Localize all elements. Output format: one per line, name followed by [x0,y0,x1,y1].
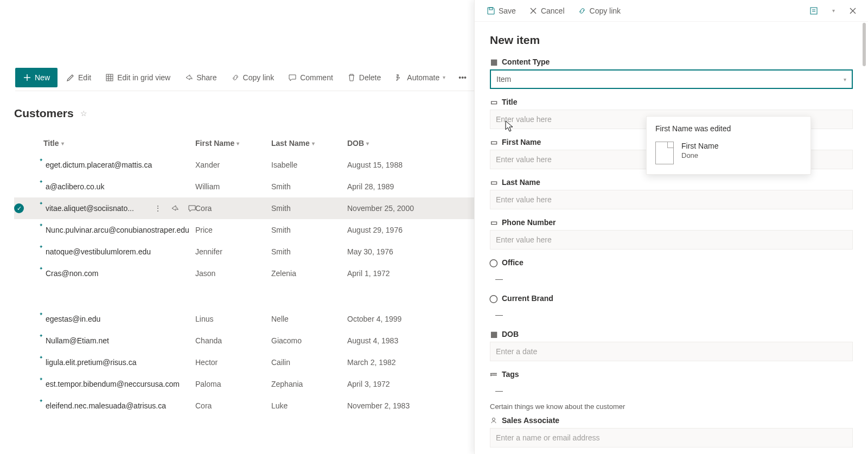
col-first[interactable]: First Name▾ [195,139,271,148]
field-sales-associate: Sales Associate [490,416,853,447]
new-button[interactable]: New [15,68,58,87]
comment-label: Comment [300,73,333,82]
text-icon: ▭ [490,219,497,226]
sparkle-icon: ✦ [39,376,43,382]
more-button[interactable]: ••• [454,68,471,87]
form-icon [809,7,818,15]
sparkle-icon: ✦ [39,201,43,206]
new-label: New [35,73,50,82]
chevron-down-icon: ▾ [832,8,835,14]
panel-heading: New item [490,34,853,47]
panel-dropdown-button[interactable]: ▾ [826,3,841,18]
edit-grid-button[interactable]: Edit in grid view [100,68,176,87]
office-value[interactable]: — [490,270,853,285]
row-last: Isabelle [271,161,347,169]
row-first: Cora [195,401,271,410]
panel-cancel-button[interactable]: Cancel [525,2,569,20]
field-label: Title [502,98,518,106]
panel-form-edit-button[interactable] [806,3,821,18]
row-last: Smith [271,226,347,234]
field-label: Office [502,258,524,267]
row-title[interactable]: ✦Cras@non.com [43,269,195,278]
scrollbar-thumb[interactable] [863,23,866,66]
tags-value[interactable]: — [490,382,853,397]
svg-point-3 [493,418,495,421]
panel-close-button[interactable] [845,3,860,18]
row-first: Jason [195,269,271,278]
field-phone: ▭Phone Number [490,218,853,250]
row-selected-icon[interactable]: ✓ [14,203,24,213]
row-last: Giacomo [271,336,347,345]
plus-icon [23,73,31,82]
row-dob: November 25, 2000 [347,204,434,213]
link-icon [578,7,586,15]
row-title[interactable]: ✦natoque@vestibulumlorem.edu [43,247,195,256]
field-label: Tags [502,370,519,379]
flow-icon [395,73,404,82]
field-last-name: ▭Last Name [490,178,853,209]
row-share-icon[interactable] [170,204,179,213]
col-dob[interactable]: DOB▾ [347,139,434,148]
row-comment-icon[interactable] [188,204,196,213]
panel-copylink-button[interactable]: Copy link [573,2,626,20]
row-dob: November 2, 1983 [347,401,434,410]
contenttype-icon: ▦ [490,58,497,66]
share-button[interactable]: Share [179,68,222,87]
brand-value[interactable]: — [490,306,853,321]
copylink-button[interactable]: Copy link [226,68,280,87]
row-more-icon[interactable]: ⋮ [154,204,162,213]
comment-icon [288,73,297,82]
edit-button[interactable]: Edit [61,68,97,87]
content-type-select[interactable]: Item ▾ [490,69,853,89]
row-title[interactable]: ✦egestas@in.edu [43,315,195,323]
last-name-input[interactable] [490,190,853,209]
phone-input[interactable] [490,230,853,250]
row-last: Luke [271,401,347,410]
close-icon [849,7,857,15]
field-label: Sales Associate [502,416,559,425]
row-dob: April 28, 1989 [347,182,434,191]
row-dob: August 15, 1988 [347,161,434,169]
favorite-star-icon[interactable]: ☆ [80,109,87,118]
panel-save-button[interactable]: Save [482,2,520,20]
comment-button[interactable]: Comment [283,68,339,87]
delete-button[interactable]: Delete [342,68,386,87]
automate-button[interactable]: Automate ▾ [390,68,451,87]
row-first: Cora [195,204,271,213]
edit-panel: Save Cancel Copy link ▾ New item [474,0,868,454]
sparkle-icon: ✦ [39,333,43,338]
row-title[interactable]: ✦Nullam@Etiam.net [43,336,195,345]
text-icon: ▭ [490,98,497,106]
panel-scrollbar[interactable] [861,23,867,453]
save-icon [487,7,495,15]
panel-command-bar: Save Cancel Copy link ▾ [475,0,868,22]
field-label: Current Brand [502,294,553,303]
sparkle-icon: ✦ [39,244,43,250]
list-title: Customers [14,107,74,120]
field-label: DOB [502,330,519,338]
field-label: Phone Number [502,218,556,227]
col-last[interactable]: Last Name▾ [271,139,347,148]
text-icon: ▭ [490,138,497,146]
row-last: Smith [271,182,347,191]
sales-input[interactable] [490,428,853,447]
row-first: Paloma [195,380,271,388]
content-type-value: Item [496,75,511,84]
share-icon [184,73,193,82]
flyout-main: First Name [681,142,718,150]
flyout-sub: Done [681,151,718,159]
col-title[interactable]: Title▾ [43,139,195,148]
ellipsis-icon: ••• [458,73,467,82]
list-heading-row: Customers ☆ [14,107,87,120]
field-office: ◯Office — [490,258,853,285]
dob-input[interactable] [490,342,853,361]
row-title[interactable]: ✦eleifend.nec.malesuada@atrisus.ca [43,401,195,410]
tags-note: Certain things we know about the custome… [490,402,853,411]
sparkle-icon: ✦ [39,179,43,184]
row-title[interactable]: ✦Nunc.pulvinar.arcu@conubianostraper.edu [43,226,195,234]
row-title[interactable]: ✦eget.dictum.placerat@mattis.ca [43,161,195,169]
row-title[interactable]: ✦a@aclibero.co.uk [43,182,195,191]
sparkle-icon: ✦ [39,157,43,163]
row-title[interactable]: ✦est.tempor.bibendum@neccursusa.com [43,380,195,388]
row-title[interactable]: ✦ligula.elit.pretium@risus.ca [43,358,195,367]
